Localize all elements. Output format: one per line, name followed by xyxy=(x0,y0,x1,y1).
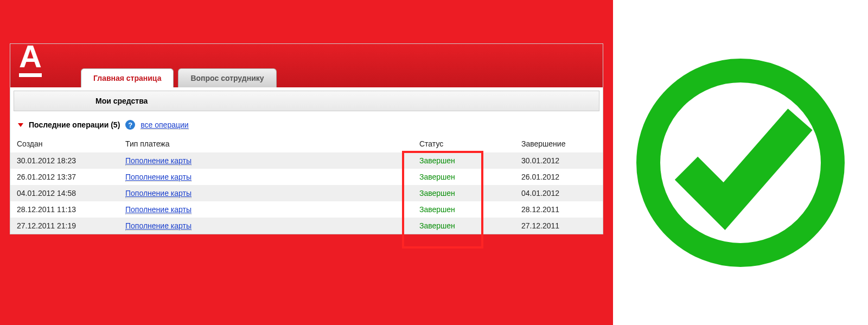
column-header-type: Тип платежа xyxy=(119,135,401,152)
payment-type-link[interactable]: Пополнение карты xyxy=(125,221,192,231)
payment-type-link[interactable]: Пополнение карты xyxy=(125,189,192,198)
column-header-status: Статус xyxy=(401,135,515,152)
payment-type-link[interactable]: Пополнение карты xyxy=(125,156,192,165)
status-badge: Завершен xyxy=(419,173,455,181)
tab-ask-employee[interactable]: Вопрос сотруднику xyxy=(178,68,276,87)
cell-created: 30.01.2012 18:23 xyxy=(10,152,119,169)
recent-operations-title: Последние операции (5) xyxy=(29,120,120,129)
collapse-caret-icon[interactable] xyxy=(18,123,23,127)
status-badge: Завершен xyxy=(419,221,455,230)
cell-status: Завершен xyxy=(401,169,515,185)
banking-panel: A Главная страница Вопрос сотруднику Мои… xyxy=(10,43,603,234)
payment-type-link[interactable]: Пополнение карты xyxy=(125,205,192,214)
cell-type: Пополнение карты xyxy=(119,185,401,201)
cell-status: Завершен xyxy=(401,185,515,201)
cell-type: Пополнение карты xyxy=(119,201,401,218)
help-icon[interactable]: ? xyxy=(125,120,135,130)
cell-created: 26.01.2012 13:37 xyxy=(10,169,119,185)
table-row: 04.01.2012 14:58 Пополнение карты Заверш… xyxy=(10,185,603,201)
status-badge: Завершен xyxy=(419,156,455,165)
table-row: 26.01.2012 13:37 Пополнение карты Заверш… xyxy=(10,169,603,185)
banking-header: A Главная страница Вопрос сотруднику xyxy=(10,44,603,87)
cell-status: Завершен xyxy=(401,201,515,218)
status-badge: Завершен xyxy=(419,189,455,197)
all-operations-link[interactable]: все операции xyxy=(141,120,188,130)
checkmark-icon xyxy=(632,54,849,271)
operations-table: Создан Тип платежа Статус Завершение 30.… xyxy=(10,135,603,234)
my-assets-header[interactable]: Мои средства xyxy=(14,91,599,111)
table-row: 30.01.2012 18:23 Пополнение карты Заверш… xyxy=(10,152,603,169)
svg-point-0 xyxy=(648,71,833,255)
bank-logo: A xyxy=(19,41,42,77)
table-row: 27.12.2011 21:19 Пополнение карты Заверш… xyxy=(10,218,603,234)
right-panel xyxy=(613,0,868,325)
cell-type: Пополнение карты xyxy=(119,152,401,169)
cell-type: Пополнение карты xyxy=(119,169,401,185)
cell-completion: 28.12.2011 xyxy=(515,201,603,218)
cell-completion: 26.01.2012 xyxy=(515,169,603,185)
cell-completion: 27.12.2011 xyxy=(515,218,603,234)
tab-bar: Главная страница Вопрос сотруднику xyxy=(81,68,277,87)
payment-type-link[interactable]: Пополнение карты xyxy=(125,173,192,182)
status-badge: Завершен xyxy=(419,205,455,214)
cell-created: 04.01.2012 14:58 xyxy=(10,185,119,201)
cell-created: 27.12.2011 21:19 xyxy=(10,218,119,234)
column-header-created: Создан xyxy=(10,135,119,152)
left-panel: A Главная страница Вопрос сотруднику Мои… xyxy=(0,0,613,325)
cell-status: Завершен xyxy=(401,218,515,234)
cell-type: Пополнение карты xyxy=(119,218,401,234)
table-header-row: Создан Тип платежа Статус Завершение xyxy=(10,135,603,152)
recent-operations-header: Последние операции (5) ? все операции xyxy=(10,114,603,135)
cell-status: Завершен xyxy=(401,152,515,169)
tab-main-page[interactable]: Главная страница xyxy=(81,68,174,87)
cell-completion: 04.01.2012 xyxy=(515,185,603,201)
cell-created: 28.12.2011 11:13 xyxy=(10,201,119,218)
table-row: 28.12.2011 11:13 Пополнение карты Заверш… xyxy=(10,201,603,218)
column-header-completion: Завершение xyxy=(515,135,603,152)
cell-completion: 30.01.2012 xyxy=(515,152,603,169)
